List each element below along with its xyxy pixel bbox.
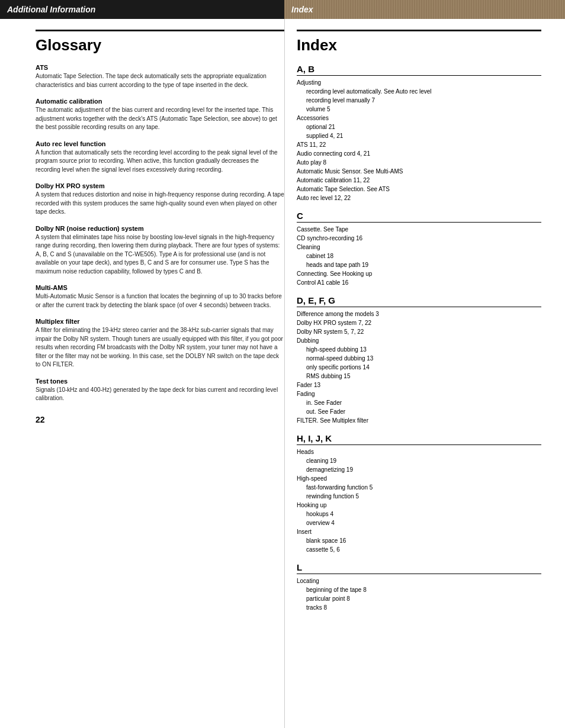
index-entry: Auto play 8 bbox=[297, 158, 541, 167]
glossary-definition: A function that automatically sets the r… bbox=[36, 149, 284, 175]
index-entry: recording level automatically. See Auto … bbox=[297, 87, 541, 96]
index-entry: Adjusting bbox=[297, 78, 541, 87]
glossary-term: ATS bbox=[36, 64, 284, 71]
glossary-entry: Dolby NR (noise reduction) systemA syste… bbox=[36, 225, 284, 276]
index-entry: tracks 8 bbox=[297, 603, 541, 612]
index-section: CCassette. See TapeCD synchro-recording … bbox=[297, 211, 541, 287]
index-entry: rewinding function 5 bbox=[297, 492, 541, 501]
index-entry: Fader 13 bbox=[297, 381, 541, 389]
index-entry: Automatic calibration 11, 22 bbox=[297, 176, 541, 185]
left-header-title: Additional Information bbox=[7, 5, 95, 14]
index-entry: cabinet 18 bbox=[297, 252, 541, 260]
index-entry: supplied 4, 21 bbox=[297, 131, 541, 140]
index-entry: High-speed bbox=[297, 474, 541, 483]
index-entry: recording level manually 7 bbox=[297, 96, 541, 105]
index-entry: heads and tape path 19 bbox=[297, 260, 541, 269]
right-header-banner: Index bbox=[284, 0, 565, 19]
index-entry: out. See Fader bbox=[297, 407, 541, 416]
index-entry: Fading bbox=[297, 389, 541, 398]
page-container: Additional Information Index Glossary AT… bbox=[0, 0, 565, 728]
index-entry: Connecting. See Hooking up bbox=[297, 269, 541, 278]
right-divider bbox=[297, 30, 541, 31]
index-entry: Locating bbox=[297, 576, 541, 585]
index-entry: CD synchro-recording 16 bbox=[297, 234, 541, 243]
index-entry: in. See Fader bbox=[297, 398, 541, 407]
index-entry: Cleaning bbox=[297, 243, 541, 252]
index-entry: Automatic Music Sensor. See Multi-AMS bbox=[297, 167, 541, 176]
index-entry: Cassette. See Tape bbox=[297, 225, 541, 234]
index-entry: Audio connecting cord 4, 21 bbox=[297, 149, 541, 158]
index-entry: only specific portions 14 bbox=[297, 363, 541, 372]
index-section: H, I, J, KHeadscleaning 19demagnetizing … bbox=[297, 433, 541, 554]
glossary-title: Glossary bbox=[36, 36, 284, 54]
left-divider bbox=[36, 30, 284, 31]
index-entry: Dubbing bbox=[297, 336, 541, 345]
index-entry: high-speed dubbing 13 bbox=[297, 345, 541, 354]
glossary-definition: A filter for eliminating the 19-kHz ster… bbox=[36, 326, 284, 369]
glossary-definition: A system that eliminates tape hiss noise… bbox=[36, 233, 284, 276]
glossary-entry: ATSAutomatic Tape Selection. The tape de… bbox=[36, 64, 284, 89]
glossary-term: Auto rec level function bbox=[36, 140, 284, 147]
glossary-term: Dolby NR (noise reduction) system bbox=[36, 225, 284, 232]
index-entry: hookups 4 bbox=[297, 510, 541, 518]
glossary-term: Multiplex filter bbox=[36, 318, 284, 325]
index-section-header: D, E, F, G bbox=[297, 295, 541, 307]
index-entry: ATS 11, 22 bbox=[297, 140, 541, 149]
index-entry: Control A1 cable 16 bbox=[297, 278, 541, 287]
index-section: D, E, F, GDifference among the models 3D… bbox=[297, 295, 541, 425]
glossary-entry: Auto rec level functionA function that a… bbox=[36, 140, 284, 175]
index-section-header: H, I, J, K bbox=[297, 433, 541, 445]
index-section: LLocatingbeginning of the tape 8particul… bbox=[297, 562, 541, 612]
glossary-term: Automatic calibration bbox=[36, 98, 284, 105]
glossary-term: Dolby HX PRO system bbox=[36, 182, 284, 189]
glossary-definition: A system that reduces distortion and noi… bbox=[36, 191, 284, 217]
index-section-header: A, B bbox=[297, 64, 541, 76]
glossary-entry: Test tonesSignals (10-kHz and 400-Hz) ge… bbox=[36, 378, 284, 403]
index-entry: Auto rec level 12, 22 bbox=[297, 194, 541, 202]
index-entry: normal-speed dubbing 13 bbox=[297, 354, 541, 363]
left-header-banner: Additional Information bbox=[0, 0, 284, 19]
index-entry: Heads bbox=[297, 447, 541, 456]
index-entry: Accessories bbox=[297, 114, 541, 123]
glossary-definition: Signals (10-kHz and 400-Hz) generated by… bbox=[36, 386, 284, 403]
index-sections: A, BAdjustingrecording level automatical… bbox=[297, 64, 541, 612]
index-entry: Insert bbox=[297, 527, 541, 536]
index-entry: Automatic Tape Selection. See ATS bbox=[297, 185, 541, 194]
glossary-entry: Dolby HX PRO systemA system that reduces… bbox=[36, 182, 284, 217]
index-entry: fast-forwarding function 5 bbox=[297, 483, 541, 492]
index-entry: optional 21 bbox=[297, 123, 541, 131]
index-entry: Hooking up bbox=[297, 501, 541, 510]
glossary-term: Multi-AMS bbox=[36, 284, 284, 291]
left-column: Glossary ATSAutomatic Tape Selection. Th… bbox=[0, 19, 284, 728]
index-entry: demagnetizing 19 bbox=[297, 465, 541, 474]
right-column: Index A, BAdjustingrecording level autom… bbox=[284, 19, 565, 728]
index-entry: cassette 5, 6 bbox=[297, 545, 541, 554]
index-section: A, BAdjustingrecording level automatical… bbox=[297, 64, 541, 202]
index-entry: volume 5 bbox=[297, 105, 541, 114]
index-entry: Difference among the models 3 bbox=[297, 310, 541, 318]
index-entry: cleaning 19 bbox=[297, 456, 541, 465]
glossary-entry: Automatic calibrationThe automatic adjus… bbox=[36, 98, 284, 132]
index-entry: particular point 8 bbox=[297, 594, 541, 603]
index-entry: FILTER. See Multiplex filter bbox=[297, 416, 541, 425]
glossary-definition: Multi-Automatic Music Sensor is a functi… bbox=[36, 292, 284, 310]
glossary-entry: Multi-AMSMulti-Automatic Music Sensor is… bbox=[36, 284, 284, 310]
index-title: Index bbox=[297, 36, 541, 54]
glossary-entry: Multiplex filterA filter for eliminating… bbox=[36, 318, 284, 369]
right-header-title: Index bbox=[291, 5, 313, 14]
glossary-definition: Automatic Tape Selection. The tape deck … bbox=[36, 72, 284, 89]
page-number: 22 bbox=[36, 415, 284, 424]
glossary-entries: ATSAutomatic Tape Selection. The tape de… bbox=[36, 64, 284, 403]
index-entry: Dolby NR system 5, 7, 22 bbox=[297, 327, 541, 336]
index-entry: Dolby HX PRO system 7, 22 bbox=[297, 318, 541, 327]
index-entry: beginning of the tape 8 bbox=[297, 585, 541, 594]
index-section-header: C bbox=[297, 211, 541, 223]
glossary-definition: The automatic adjustment of the bias cur… bbox=[36, 106, 284, 132]
index-entry: overview 4 bbox=[297, 518, 541, 527]
index-section-header: L bbox=[297, 562, 541, 574]
glossary-term: Test tones bbox=[36, 378, 284, 385]
index-entry: RMS dubbing 15 bbox=[297, 372, 541, 381]
index-entry: blank space 16 bbox=[297, 536, 541, 545]
